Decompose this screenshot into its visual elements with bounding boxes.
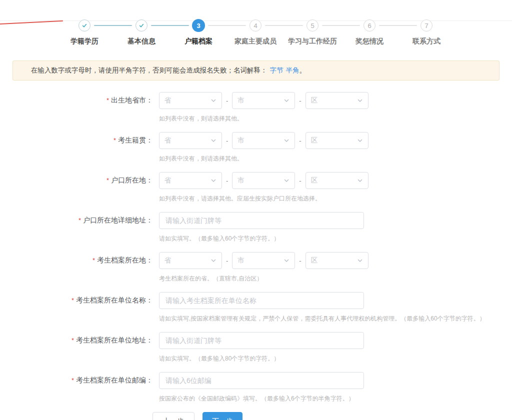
archive-location-hint: 考生档案所在的省。（直辖市,自治区） — [159, 274, 512, 282]
step-label-7: 联系方式 — [398, 37, 455, 46]
birthplace-district-select[interactable]: 区 — [306, 92, 368, 109]
notice-bar: 在输入数字或字母时，请使用半角字符，否则可能会造成报名失败；名词解释：字节半角。 — [12, 60, 500, 80]
step-label-6: 奖惩情况 — [341, 37, 398, 46]
birthplace-city-select[interactable]: 市 — [232, 92, 295, 109]
select-placeholder: 区 — [311, 176, 318, 185]
archive-unit-postcode-input[interactable] — [159, 372, 364, 389]
form-row-archive-unit-address: *考生档案所在单位地址：请如实填写。（最多输入80个字节的字符。） — [0, 332, 512, 362]
archive-unit-postcode-hint: 按国家公布的《全国邮政编码》填写。（最多输入6个字节的半角字符。） — [159, 394, 512, 402]
step-circle-1[interactable] — [78, 20, 90, 32]
field-label-text: 户口所在地： — [111, 176, 153, 184]
step-label-3: 户籍档案 — [170, 37, 227, 46]
native-place-district-select[interactable]: 区 — [306, 132, 368, 149]
archive-unit-address-hint: 请如实填写。（最多输入80个字节的字符。） — [159, 354, 512, 362]
chevron-down-icon — [284, 98, 290, 104]
required-asterisk: * — [106, 96, 109, 104]
native-place-hint: 如列表中没有，则请选择其他。 — [159, 154, 512, 162]
step-connector — [322, 25, 360, 26]
birthplace-fields: 省-市-区 — [159, 92, 512, 109]
form-row-native-place: *考生籍贯：省-市-区如列表中没有，则请选择其他。 — [0, 132, 512, 162]
chevron-down-icon — [357, 138, 363, 144]
chevron-down-icon — [210, 138, 216, 144]
required-asterisk: * — [92, 256, 95, 264]
dash-separator: - — [299, 257, 301, 264]
archive-unit-name-label: *考生档案所在单位名称： — [0, 296, 153, 305]
step-circle-4: 4 — [250, 20, 262, 32]
required-asterisk: * — [78, 216, 81, 224]
archive-unit-address-input[interactable] — [159, 332, 364, 349]
chevron-down-icon — [357, 98, 363, 104]
hukou-location-fields: 省-市-区 — [159, 172, 512, 189]
dash-separator: - — [299, 137, 301, 144]
step-connector — [94, 25, 132, 26]
field-label-text: 考生籍贯： — [118, 136, 153, 144]
select-placeholder: 省 — [164, 136, 172, 145]
hukou-location-label: *户口所在地： — [0, 176, 153, 185]
step-circle-7: 7 — [420, 20, 432, 32]
chevron-down-icon — [210, 258, 216, 264]
hukou-address-input[interactable] — [159, 212, 364, 229]
chevron-down-icon — [210, 178, 216, 184]
hukou-address-fields — [159, 212, 512, 229]
chevron-down-icon — [357, 258, 363, 264]
byte-definition-link[interactable]: 字节 — [270, 66, 284, 74]
registration-form-page: 学籍学历基本信息3户籍档案4家庭主要成员5学习与工作经历6奖惩情况7联系方式 在… — [0, 19, 512, 420]
field-label-text: 考生档案所在单位名称： — [76, 296, 153, 304]
step-circle-3: 3 — [192, 19, 205, 32]
archive-location-province-select[interactable]: 省 — [159, 252, 222, 269]
hukou-location-city-select[interactable]: 市 — [232, 172, 295, 189]
archive-unit-address-label: *考生档案所在单位地址： — [0, 336, 153, 345]
form-row-hukou-location: *户口所在地：省-市-区如列表中没有，请选择其他。应届生按实际户口所在地选择。 — [0, 172, 512, 202]
native-place-province-select[interactable]: 省 — [159, 132, 222, 149]
select-placeholder: 省 — [164, 176, 172, 185]
step-label-5: 学习与工作经历 — [284, 37, 341, 46]
check-icon — [82, 22, 88, 28]
button-row: 上一步 下一步 — [152, 412, 512, 420]
field-label-text: 考生档案所在单位地址： — [76, 336, 153, 344]
field-label-text: 出生地省市： — [111, 96, 153, 104]
birthplace-province-select[interactable]: 省 — [159, 92, 222, 109]
previous-step-button[interactable]: 上一步 — [152, 412, 194, 420]
select-placeholder: 市 — [238, 136, 244, 145]
step-connector — [151, 25, 189, 26]
archive-unit-name-input[interactable] — [159, 292, 364, 309]
hukou-address-hint: 请如实填写。（最多输入60个字节的字符。） — [159, 234, 512, 242]
hukou-location-province-select[interactable]: 省 — [159, 172, 222, 189]
chevron-down-icon — [210, 98, 216, 104]
required-asterisk: * — [72, 376, 74, 384]
archive-unit-address-fields — [159, 332, 512, 349]
next-step-button[interactable]: 下一步 — [202, 412, 242, 420]
form-row-archive-unit-name: *考生档案所在单位名称：请如实填写,按国家档案管理有关规定，严禁个人保管，需委托… — [0, 292, 512, 322]
field-label-text: 户口所在地详细地址： — [83, 216, 153, 224]
native-place-label: *考生籍贯： — [0, 136, 153, 145]
select-placeholder: 区 — [311, 136, 318, 145]
step-label-2: 基本信息 — [113, 37, 170, 46]
native-place-city-select[interactable]: 市 — [232, 132, 295, 149]
step-circle-6: 6 — [364, 20, 376, 32]
halfwidth-definition-link[interactable]: 半角 — [286, 66, 300, 74]
select-placeholder: 市 — [238, 176, 244, 185]
step-connector — [379, 25, 417, 26]
check-icon — [138, 22, 144, 28]
select-placeholder: 省 — [164, 96, 172, 105]
archive-unit-postcode-fields — [159, 372, 512, 389]
notice-period: 。 — [300, 66, 306, 74]
field-label-text: 考生档案所在单位邮编： — [76, 376, 153, 384]
birthplace-hint: 如列表中没有，则请选择其他。 — [159, 114, 512, 122]
form-row-archive-location: *考生档案所在地：省-市-区考生档案所在的省。（直辖市,自治区） — [0, 252, 512, 282]
required-asterisk: * — [72, 336, 74, 344]
select-placeholder: 市 — [238, 96, 244, 105]
dash-separator: - — [226, 97, 228, 104]
select-placeholder: 省 — [164, 256, 172, 265]
archive-location-city-select[interactable]: 市 — [232, 252, 295, 269]
archive-location-district-select[interactable]: 区 — [306, 252, 368, 269]
archive-location-fields: 省-市-区 — [159, 252, 512, 269]
required-asterisk: * — [72, 296, 74, 304]
form-area: *出生地省市：省-市-区如列表中没有，则请选择其他。*考生籍贯：省-市-区如列表… — [0, 92, 512, 402]
dash-separator: - — [226, 137, 228, 144]
step-circle-2[interactable] — [136, 20, 148, 32]
step-connector — [208, 25, 246, 26]
select-placeholder: 市 — [238, 256, 244, 265]
hukou-location-district-select[interactable]: 区 — [306, 172, 368, 189]
native-place-fields: 省-市-区 — [159, 132, 512, 149]
